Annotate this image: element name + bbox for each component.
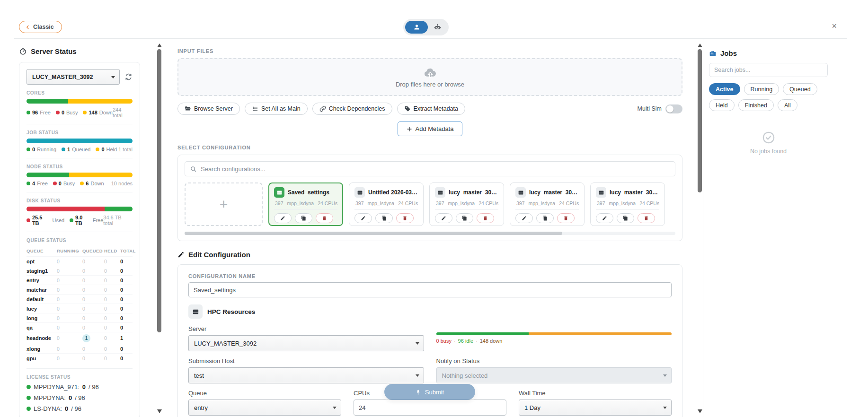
duplicate-config-button[interactable] xyxy=(375,213,393,223)
chevron-down-icon xyxy=(333,407,337,409)
hpc-resources-header: HPC Resources xyxy=(188,304,672,319)
copy-icon xyxy=(381,216,387,221)
server-status-select[interactable]: LUCY_MASTER_3092 xyxy=(27,69,120,85)
delete-config-button[interactable] xyxy=(638,213,655,223)
multi-sim-label: Multi Sim xyxy=(638,105,662,112)
submit-button[interactable]: Submit xyxy=(384,384,475,400)
scroll-down-arrow[interactable] xyxy=(157,409,162,413)
legend-item: 25.5 TBUsed xyxy=(27,215,64,226)
disk-status-bar xyxy=(27,207,133,211)
pencil-icon xyxy=(522,216,527,221)
refresh-button[interactable] xyxy=(124,73,133,81)
duplicate-config-button[interactable] xyxy=(295,213,312,223)
queue-table-body: opt0000staging10000entry0000matchar0000d… xyxy=(27,256,133,363)
scroll-thumb[interactable] xyxy=(185,232,562,235)
set-all-as-main-button[interactable]: Set All as Main xyxy=(245,103,308,115)
add-configuration-card[interactable]: + xyxy=(185,182,263,226)
user-mode-button[interactable] xyxy=(405,21,428,34)
check-dependencies-button[interactable]: Check Dependencies xyxy=(312,103,392,115)
close-icon[interactable]: × xyxy=(832,22,837,30)
job-filter-chip[interactable]: Active xyxy=(709,83,740,95)
server-icon xyxy=(515,187,526,198)
delete-config-button[interactable] xyxy=(557,213,575,223)
job-filter-chip[interactable]: Held xyxy=(709,99,735,111)
classic-label: Classic xyxy=(33,24,54,30)
jobs-search-input[interactable] xyxy=(709,63,828,77)
bar-segment xyxy=(105,207,133,211)
legend-item: 0Busy xyxy=(53,181,75,186)
wall-time-value: 1 Day xyxy=(524,404,540,411)
status-dot xyxy=(27,396,31,400)
scroll-down-arrow[interactable] xyxy=(698,409,702,413)
configuration-name-label: CONFIGURATION NAME xyxy=(188,273,672,279)
job-filter-chip[interactable]: Finished xyxy=(738,99,774,111)
configuration-name-input[interactable] xyxy=(188,282,672,297)
link-icon xyxy=(319,105,326,112)
edit-config-button[interactable] xyxy=(435,213,452,223)
wall-time-select[interactable]: 1 Day xyxy=(519,400,672,416)
config-card[interactable]: lucy_master_3092_r1...397mpp_lsdyna24 CP… xyxy=(510,182,585,226)
bar-segment xyxy=(27,139,133,143)
bar-segment xyxy=(27,207,105,211)
cloud-upload-icon xyxy=(423,67,437,79)
scroll-track[interactable] xyxy=(157,49,161,408)
queue-status-section: QUEUE STATUS QUEUE RUNNING QUEUED HELD T… xyxy=(27,238,133,363)
body-layout: Server Status LUCY_MASTER_3092 CORES xyxy=(0,39,868,417)
multi-sim-toggle[interactable] xyxy=(665,104,682,113)
submission-host-field: Submission Host test xyxy=(188,357,424,383)
jobs-header: Jobs xyxy=(709,49,828,57)
refresh-icon xyxy=(124,73,133,81)
job-filter-chip[interactable]: All xyxy=(778,99,797,111)
config-card[interactable]: Saved_settings397mpp_lsdyna24 CPUs xyxy=(268,182,343,226)
notify-on-status-select[interactable]: Nothing selected xyxy=(436,367,672,383)
browse-server-button[interactable]: Browse Server xyxy=(177,103,240,115)
scroll-up-arrow[interactable] xyxy=(698,43,702,47)
add-metadata-button[interactable]: Add Metadata xyxy=(398,122,463,136)
delete-config-button[interactable] xyxy=(316,213,333,223)
status-dot xyxy=(70,218,73,222)
server-select[interactable]: LUCY_MASTER_3092 xyxy=(188,335,424,351)
job-filter-chip[interactable]: Queued xyxy=(783,83,817,95)
config-card-meta: 397mpp_lsdyna24 CPUs xyxy=(436,200,498,206)
queue-status-label: QUEUE STATUS xyxy=(27,238,133,243)
config-card[interactable]: lucy_master_3092_r1...397mpp_lsdyna24 CP… xyxy=(590,182,665,226)
status-dot xyxy=(27,111,30,114)
delete-config-button[interactable] xyxy=(477,213,494,223)
queue-select[interactable]: entry xyxy=(188,400,341,416)
config-card[interactable]: lucy_master_3092_r1...397mpp_lsdyna24 CP… xyxy=(429,182,504,226)
job-status-bar xyxy=(27,139,133,143)
job-filter-chip[interactable]: Running xyxy=(744,83,779,95)
duplicate-config-button[interactable] xyxy=(536,213,554,223)
edit-config-button[interactable] xyxy=(274,213,292,223)
delete-config-button[interactable] xyxy=(396,213,414,223)
scroll-track[interactable] xyxy=(698,49,702,408)
scroll-up-arrow[interactable] xyxy=(157,43,162,47)
scroll-thumb[interactable] xyxy=(157,49,161,332)
extract-metadata-button[interactable]: Extract Metadata xyxy=(397,103,466,115)
main-scrollbar-right[interactable] xyxy=(697,39,703,417)
node-status-total: 10 nodes xyxy=(111,181,133,186)
server-select-value: LUCY_MASTER_3092 xyxy=(194,340,257,347)
chevron-down-icon xyxy=(663,407,667,409)
status-dot xyxy=(27,218,30,222)
edit-config-button[interactable] xyxy=(354,213,372,223)
config-cards-scrollbar[interactable] xyxy=(185,232,675,235)
legend-item: 4Free xyxy=(27,181,48,186)
agent-mode-button[interactable] xyxy=(428,21,447,34)
main-scrollbar-left[interactable] xyxy=(156,39,162,417)
server-status-header: Server Status xyxy=(19,47,156,55)
classic-back-button[interactable]: Classic xyxy=(19,21,62,33)
config-search-input[interactable] xyxy=(201,165,670,173)
duplicate-config-button[interactable] xyxy=(617,213,634,223)
cpus-input[interactable] xyxy=(354,400,506,416)
duplicate-config-button[interactable] xyxy=(456,213,473,223)
file-dropzone[interactable]: Drop files here or browse xyxy=(177,58,682,96)
config-card-meta: 397mpp_lsdyna24 CPUs xyxy=(516,200,579,206)
submission-host-select[interactable]: test xyxy=(188,367,424,383)
edit-config-button[interactable] xyxy=(596,213,613,223)
pencil-icon xyxy=(361,216,366,221)
config-card[interactable]: Untitled 2026-03-12 ...397mpp_lsdyna24 C… xyxy=(349,182,424,226)
scroll-thumb[interactable] xyxy=(698,49,702,192)
status-dot xyxy=(27,385,31,389)
edit-config-button[interactable] xyxy=(515,213,533,223)
